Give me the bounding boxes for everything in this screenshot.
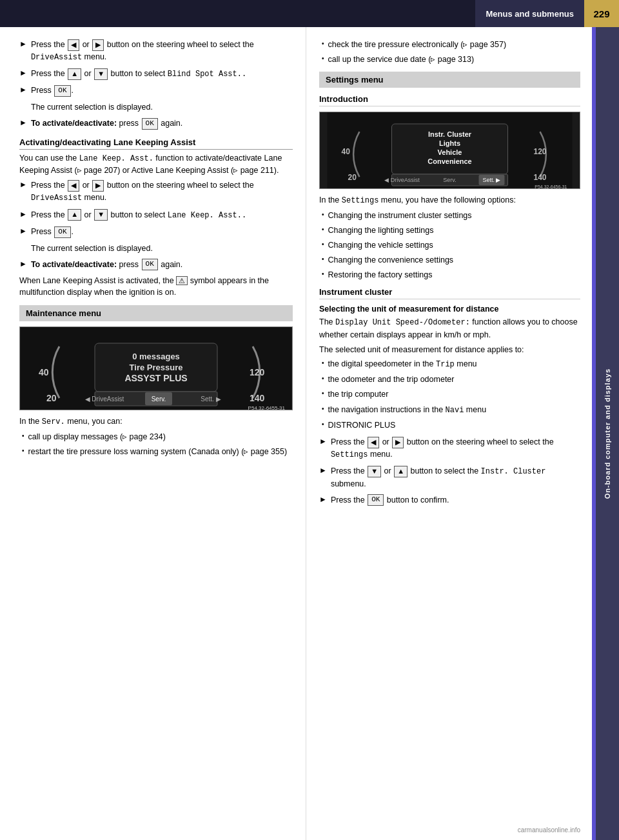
- ok-button-inline: OK: [54, 226, 70, 238]
- item-text: Press the ◀ or ▶ button on the steering …: [31, 179, 293, 204]
- item-text: call up the service due date (▹ page 313…: [328, 54, 475, 65]
- item-text: Press OK.: [31, 226, 74, 238]
- list-item: ► Press the ▼ or ▲ button to select the …: [319, 465, 580, 490]
- settings-heading-text: Settings menu: [326, 75, 384, 85]
- item-text: DISTRONIC PLUS: [328, 419, 396, 431]
- item-text: Press OK.: [31, 85, 74, 97]
- item-text: the navigation instructions in the Navi …: [328, 404, 487, 416]
- list-item: • check the tire pressure electronically…: [319, 39, 580, 50]
- list-item: ► Press OK.: [19, 226, 293, 238]
- bullet-icon: •: [322, 421, 324, 428]
- distance-unit-heading: Selecting the unit of measurement for di…: [319, 305, 580, 314]
- mono-text: Display Unit Speed-/Odometer:: [335, 318, 470, 327]
- list-item: ► Press the ▲ or ▼ button to select Lane…: [19, 209, 293, 221]
- down-arrow-btn: ▼: [94, 209, 108, 221]
- list-item: • DISTRONIC PLUS: [319, 419, 580, 431]
- introduction-heading: Introduction: [319, 94, 580, 106]
- right-arrow-btn: ▶: [92, 39, 104, 51]
- svg-text:Instr. Cluster: Instr. Cluster: [428, 130, 472, 138]
- left-arrow-btn: ◀: [68, 180, 79, 192]
- bold-text: To activate/deactivate:: [31, 119, 117, 128]
- svg-text:Serv.: Serv.: [152, 395, 166, 403]
- svg-text:◀ DriveAssist: ◀ DriveAssist: [384, 177, 420, 183]
- bold-text: To activate/deactivate:: [31, 260, 117, 269]
- list-item: • Changing the convenience settings: [319, 254, 580, 266]
- arrow-icon: ►: [19, 118, 27, 127]
- mono-text: Instr. Cluster: [481, 467, 546, 476]
- list-item: • the navigation instructions in the Nav…: [319, 404, 580, 416]
- header-title: Menus and submenus: [486, 9, 574, 19]
- item-text: restart the tire pressure loss warning s…: [28, 446, 288, 457]
- svg-text:140: 140: [250, 393, 265, 403]
- side-label: On-board computer and displays: [596, 27, 619, 840]
- svg-text:120: 120: [534, 147, 547, 156]
- svg-text:Tire Pressure: Tire Pressure: [130, 363, 183, 372]
- mono-text: Lane Keep. Asst..: [168, 211, 246, 220]
- svg-text:20: 20: [46, 393, 57, 403]
- item-text: the trip computer: [328, 388, 389, 400]
- mono-text: DriveAssist: [31, 194, 82, 203]
- item-text: the odometer and the trip odometer: [328, 374, 455, 385]
- list-item: • restart the tire pressure loss warning…: [19, 446, 293, 457]
- item-text: Changing the lighting settings: [328, 225, 434, 236]
- mono-text: Navi: [446, 406, 464, 415]
- arrow-icon: ►: [19, 39, 27, 48]
- mono-text: Blind Spot Asst..: [168, 70, 246, 79]
- item-text: Changing the vehicle settings: [328, 239, 433, 251]
- list-item: • the trip computer: [319, 388, 580, 400]
- arrow-icon: ►: [19, 259, 27, 268]
- maintenance-intro: In the Serv. menu, you can:: [19, 415, 293, 428]
- bullet-icon: •: [322, 270, 324, 277]
- distance-heading-text: Selecting the unit of measurement for di…: [319, 305, 499, 314]
- up-arrow-btn: ▲: [394, 466, 408, 477]
- footer-logo: carmanualsonline.info: [518, 826, 580, 834]
- bullet-icon: •: [22, 447, 25, 454]
- item-text: To activate/deactivate: press OK again.: [31, 117, 182, 130]
- settings-menu-image: 20 40 120 140 Instr. Cluster Lights Vehi…: [319, 112, 580, 189]
- mono-text: Serv.: [42, 417, 65, 426]
- svg-text:Lights: Lights: [439, 139, 460, 147]
- svg-text:Sett. ▶: Sett. ▶: [482, 177, 500, 183]
- item-text: Press the ▼ or ▲ button to select the In…: [331, 465, 580, 490]
- list-item: ► Press OK.: [19, 85, 293, 97]
- list-item: ► To activate/deactivate: press OK again…: [19, 259, 293, 271]
- svg-text:Sett. ▶: Sett. ▶: [201, 395, 221, 403]
- right-arrow-btn: ▶: [92, 180, 104, 192]
- bullet-icon: •: [322, 359, 324, 366]
- svg-text:ASSYST PLUS: ASSYST PLUS: [124, 373, 187, 383]
- item-text: Press the ▲ or ▼ button to select Lane K…: [31, 209, 246, 221]
- list-item: • call up display messages (▹ page 234): [19, 431, 293, 443]
- mono-text: DriveAssist: [31, 53, 82, 62]
- display-unit-para1: The Display Unit Speed-/Odometer: functi…: [319, 316, 580, 341]
- instrument-heading-text: Instrument cluster: [319, 287, 392, 297]
- ok-button-inline: OK: [54, 85, 70, 97]
- item-text: the digital speedometer in the Trip menu: [328, 358, 477, 370]
- arrow-icon: ►: [19, 210, 27, 219]
- down-arrow-btn: ▼: [94, 68, 108, 80]
- item-text: Changing the instrument cluster settings: [328, 210, 472, 221]
- list-item: • the odometer and the trip odometer: [319, 374, 580, 385]
- section2-intro: You can use the Lane Keep. Asst. functio…: [19, 152, 293, 177]
- header-right: Menus and submenus: [475, 0, 584, 27]
- section-heading-text: Activating/deactivating Lane Keeping Ass…: [19, 137, 195, 147]
- svg-text:40: 40: [342, 147, 351, 156]
- list-item: • Changing the vehicle settings: [319, 239, 580, 251]
- right-arrow-btn: ▶: [392, 437, 404, 448]
- maintenance-menu-heading: Maintenance menu: [19, 305, 293, 321]
- svg-text:0 messages: 0 messages: [132, 352, 180, 361]
- lane-assist-note: When Lane Keeping Assist is activated, t…: [19, 275, 293, 298]
- list-item: • Restoring the factory settings: [319, 269, 580, 281]
- header-bar: Menus and submenus 229: [0, 0, 619, 27]
- list-item: • the digital speedometer in the Trip me…: [319, 358, 580, 370]
- list-item: ► To activate/deactivate: press OK again…: [19, 117, 293, 130]
- page-number: 229: [584, 0, 619, 27]
- arrow-icon: ►: [19, 85, 27, 94]
- bullet-icon: •: [322, 390, 324, 397]
- mono-text: Settings: [342, 196, 379, 205]
- maintenance-menu-image: 20 40 120 140 0 messages Tire Pressure A…: [19, 326, 293, 410]
- sub-text: The current selection is displayed.: [19, 243, 293, 254]
- left-column: ► Press the ◀ or ▶ button on the steerin…: [0, 27, 306, 840]
- ok-button-inline: OK: [142, 259, 158, 270]
- left-arrow-btn: ◀: [68, 39, 79, 51]
- sub-text: The current selection is displayed.: [19, 101, 293, 113]
